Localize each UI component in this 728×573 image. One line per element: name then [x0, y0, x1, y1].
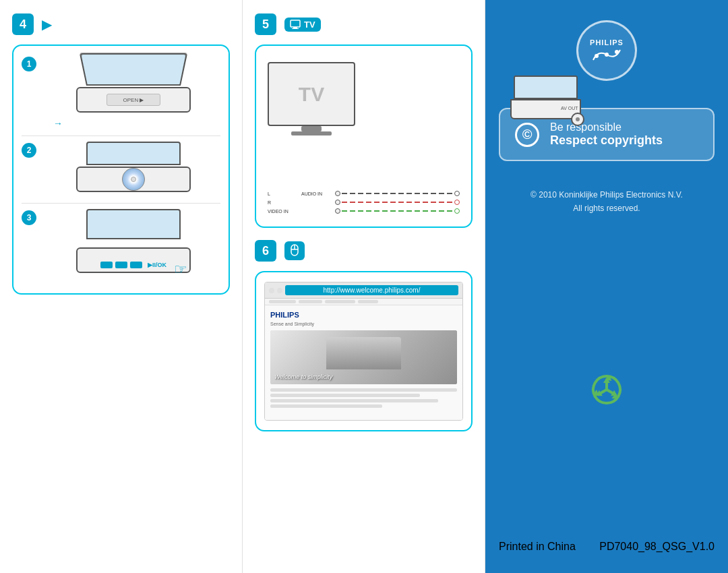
tv-icon-box: TV	[284, 18, 321, 32]
step4-play-icon: ▶	[42, 16, 52, 32]
copyright-line1: Be responsible	[550, 121, 663, 133]
step2-content	[43, 142, 220, 196]
copyright-text-block: Be responsible Respect copyrights	[550, 121, 663, 148]
web-image: Welcome to simplicity	[270, 330, 457, 384]
step4-content-box: 1 OPEN ▶ →	[12, 44, 230, 295]
svg-point-8	[615, 50, 619, 54]
step1-item: 1 OPEN ▶ →	[22, 55, 220, 129]
philips-wave-icon	[590, 47, 624, 63]
step6-header: 6	[255, 240, 473, 262]
circle-3: 3	[22, 210, 36, 225]
step1-content: OPEN ▶ →	[43, 55, 220, 129]
middle-panel: 5 TV TV AV OUT	[243, 0, 485, 573]
svg-point-6	[595, 54, 599, 58]
audio-r-label: R	[268, 200, 301, 205]
step2-item: 2	[22, 142, 220, 196]
browser-bar: http://www.welcome.philips.com/	[265, 282, 462, 299]
step6-content-box: http://www.welcome.philips.com/ PHILIPS …	[255, 271, 473, 431]
audio-l-label: L	[268, 191, 301, 196]
recycle-icon-container	[588, 371, 626, 411]
step5-number: 5	[255, 13, 276, 35]
recycle-icon	[588, 371, 626, 409]
rights-text: © 2010 Koninklijke Philips Electronics N…	[530, 188, 683, 216]
svg-point-7	[605, 53, 609, 57]
rights-line1: © 2010 Koninklijke Philips Electronics N…	[530, 188, 683, 202]
model-number: PD7040_98_QSG_V1.0	[599, 541, 715, 553]
mouse-icon	[289, 244, 301, 258]
svg-rect-0	[291, 20, 300, 27]
welcome-text: Welcome to simplicity	[274, 373, 332, 380]
tv-label: TV	[304, 20, 315, 30]
open-button-label[interactable]: OPEN ▶	[123, 97, 144, 103]
copyright-circle-icon: ©	[515, 123, 539, 147]
circle-2: 2	[22, 143, 36, 158]
arrow-forward-icon: →	[53, 118, 63, 129]
audio-in-label: AUDIO IN	[301, 191, 335, 196]
tv-display-text: TV	[299, 83, 324, 106]
bottom-bar: Printed in China PD7040_98_QSG_V1.0	[499, 541, 715, 553]
step4-number: 4	[12, 13, 34, 35]
svg-rect-1	[293, 27, 297, 28]
av-out-label: AV OUT	[561, 106, 578, 111]
mouse-icon-box	[284, 241, 305, 260]
step5-content-box: TV AV OUT L AUDIO IN	[255, 44, 473, 228]
philips-logo-text: PHILIPS	[590, 38, 624, 47]
philips-logo: PHILIPS	[576, 20, 637, 81]
play-ok-label[interactable]: ▶II/OK	[148, 262, 166, 268]
step5-header: 5 TV	[255, 13, 473, 35]
url-bar[interactable]: http://www.welcome.philips.com/	[285, 285, 458, 295]
step4-header: 4 ▶	[12, 13, 230, 35]
printed-in-label: Printed in China	[499, 541, 576, 553]
hand-cursor-icon: ☞	[174, 261, 187, 278]
web-screenshot: http://www.welcome.philips.com/ PHILIPS …	[264, 282, 463, 421]
rights-line2: All rights reserved.	[530, 202, 683, 215]
copyright-line2: Respect copyrights	[550, 133, 663, 148]
philips-web-logo: PHILIPS	[270, 311, 299, 319]
step3-item: 3 ▶II/OK ☞	[22, 209, 220, 277]
video-in-label: VIDEO IN	[268, 209, 301, 214]
svg-rect-2	[292, 28, 299, 29]
circle-1: 1	[22, 57, 36, 71]
left-panel: 4 ▶ 1 OPEN ▶	[0, 0, 243, 573]
web-content: PHILIPS Sense and Simplicity Welcome to …	[265, 305, 462, 420]
web-text-lines	[270, 388, 457, 410]
step3-content: ▶II/OK ☞	[43, 209, 220, 277]
step6-number: 6	[255, 240, 276, 262]
tv-icon	[290, 20, 301, 29]
